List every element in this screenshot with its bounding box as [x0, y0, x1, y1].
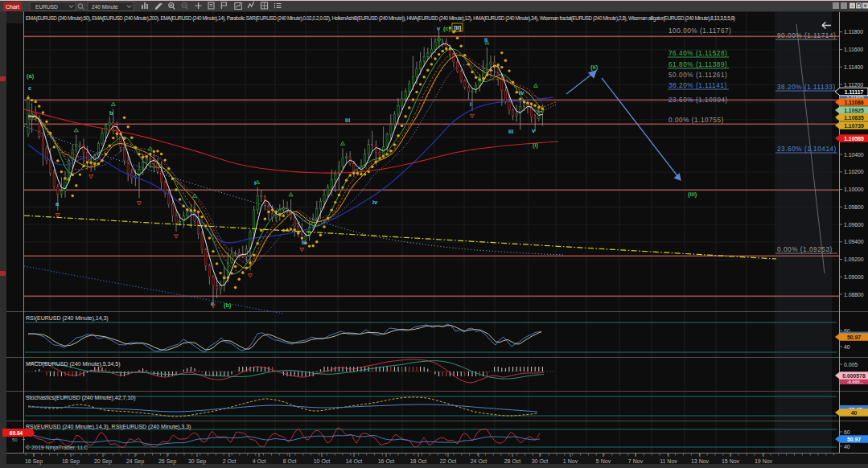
svg-text:13 Nov: 13 Nov: [691, 458, 710, 464]
svg-text:-0.000...: -0.000...: [847, 380, 864, 384]
svg-text:23.60% (1.10414): 23.60% (1.10414): [777, 146, 837, 153]
svg-text:b: b: [109, 109, 113, 117]
svg-text:1.10739: 1.10739: [844, 123, 864, 129]
svg-text:1.10400: 1.10400: [844, 152, 864, 158]
svg-text:15 Nov: 15 Nov: [722, 458, 740, 464]
svg-text:(c): (c): [443, 25, 451, 32]
svg-text:23.60% (1.10994): 23.60% (1.10994): [668, 96, 728, 104]
svg-text:18 Sep: 18 Sep: [62, 458, 80, 465]
svg-text:RSI(EURUSD (240 Minute),14,3): RSI(EURUSD (240 Minute),14,3): [26, 315, 109, 322]
svg-text:11 Nov: 11 Nov: [660, 458, 677, 464]
svg-text:28 Oct: 28 Oct: [504, 458, 521, 464]
svg-text:1.10200: 1.10200: [844, 169, 864, 174]
svg-text:1.11200: 1.11200: [844, 82, 863, 88]
svg-text:1.10000: 1.10000: [844, 187, 864, 192]
svg-text:61.80% (1.11389): 61.80% (1.11389): [668, 61, 727, 68]
svg-text:50: 50: [12, 437, 18, 442]
svg-text:1.11800: 1.11800: [844, 29, 863, 35]
svg-text:50.00% (1.11261): 50.00% (1.11261): [668, 72, 727, 79]
svg-text:(b): (b): [224, 302, 232, 309]
svg-text:1.09600: 1.09600: [844, 222, 864, 228]
svg-text:1.09000: 1.09000: [844, 274, 864, 280]
svg-text:4 Oct: 4 Oct: [253, 458, 266, 464]
svg-text:38.20% (1.11133): 38.20% (1.11133): [777, 84, 836, 91]
svg-text:1.10925: 1.10925: [844, 108, 864, 113]
svg-text:iii: iii: [345, 117, 350, 124]
svg-text:100.00% (1.11767): 100.00% (1.11767): [668, 27, 731, 35]
svg-text:60: 60: [844, 429, 850, 435]
svg-text:0.00% (1.10755): 0.00% (1.10755): [668, 117, 724, 124]
svg-text:RSI(EURUSD (240 Minute),14,3),: RSI(EURUSD (240 Minute),14,3), RSI(EURUS…: [26, 424, 191, 430]
svg-text:240 Minute: 240 Minute: [92, 4, 118, 10]
svg-text:16 Sep: 16 Sep: [25, 458, 43, 465]
svg-text:(ii): (ii): [590, 64, 599, 71]
svg-text:ii: ii: [302, 239, 306, 246]
svg-text:1.08800: 1.08800: [844, 292, 864, 298]
svg-text:[ii]: [ii]: [455, 25, 462, 31]
svg-text:30 Oct: 30 Oct: [532, 458, 549, 464]
svg-text:24 Oct: 24 Oct: [471, 458, 487, 464]
svg-text:(a): (a): [27, 72, 35, 80]
svg-text:ii: ii: [484, 36, 487, 43]
svg-text:1.11600: 1.11600: [844, 47, 863, 52]
svg-text:90.00% (1.11714): 90.00% (1.11714): [777, 32, 836, 39]
svg-text:24 Sep: 24 Sep: [126, 458, 144, 465]
svg-text:10 Oct: 10 Oct: [314, 458, 331, 464]
svg-text:c: c: [28, 84, 31, 92]
svg-text:✕: ✕: [863, 3, 867, 8]
svg-text:5 Nov: 5 Nov: [596, 458, 611, 464]
svg-text:0.005: 0.005: [844, 362, 858, 367]
svg-text:1.09800: 1.09800: [844, 204, 864, 210]
svg-text:7 Nov: 7 Nov: [628, 458, 644, 464]
svg-text:40: 40: [844, 344, 850, 350]
svg-text:(i): (i): [533, 142, 539, 149]
svg-text:18 Oct: 18 Oct: [410, 458, 427, 464]
svg-text:26 Sep: 26 Sep: [158, 458, 176, 465]
svg-text:1.09400: 1.09400: [844, 239, 864, 244]
svg-text:1.11086: 1.11086: [844, 100, 863, 105]
svg-text:30 Sep: 30 Sep: [188, 458, 206, 465]
svg-text:i: i: [470, 101, 471, 108]
svg-text:38.20% (1.11141): 38.20% (1.11141): [668, 82, 727, 89]
svg-text:1 Nov: 1 Nov: [563, 458, 578, 464]
svg-text:Chart: Chart: [6, 4, 19, 10]
svg-text:20 Sep: 20 Sep: [94, 458, 112, 465]
svg-text:iv: iv: [372, 199, 378, 206]
svg-text:MACD(EURUSD (240 Minute),5,34,: MACD(EURUSD (240 Minute),5,34,5): [26, 361, 120, 367]
svg-text:0.000578: 0.000578: [842, 373, 866, 379]
svg-text:1.10835: 1.10835: [844, 115, 864, 121]
svg-text:1.11117: 1.11117: [845, 89, 864, 95]
svg-text:50.97: 50.97: [847, 335, 861, 340]
svg-text:16 Oct: 16 Oct: [378, 458, 395, 464]
svg-text:© 2019 NinjaTrader, LLC: © 2019 NinjaTrader, LLC: [26, 445, 88, 451]
svg-text:8 Oct: 8 Oct: [283, 458, 297, 464]
svg-text:40: 40: [844, 444, 850, 450]
svg-text:2 Oct: 2 Oct: [223, 458, 237, 464]
svg-text:76.40% (1.11528): 76.40% (1.11528): [668, 50, 727, 57]
svg-text:1.10585: 1.10585: [844, 136, 864, 142]
svg-text:50.97: 50.97: [847, 437, 861, 442]
svg-text:EMA(EURUSD (240 Minute),50), E: EMA(EURUSD (240 Minute),50), EMA(EURUSD …: [26, 15, 735, 22]
svg-text:iii: iii: [508, 128, 513, 135]
svg-text:(iii): (iii): [688, 191, 697, 198]
svg-text:1.11400: 1.11400: [844, 64, 863, 70]
svg-text:❐: ❐: [857, 3, 861, 8]
svg-text:0.00% (1.09253): 0.00% (1.09253): [777, 246, 833, 253]
svg-text:69.84: 69.84: [10, 430, 23, 436]
svg-text:c: c: [211, 300, 214, 307]
svg-text:14 Oct: 14 Oct: [346, 458, 363, 464]
svg-text:Stochastics(EURUSD (240 Minute: Stochastics(EURUSD (240 Minute),42,7,10): [26, 395, 136, 401]
svg-text:EURUSD: EURUSD: [35, 4, 58, 10]
svg-text:–: –: [851, 3, 854, 8]
svg-text:i: i: [254, 179, 256, 187]
svg-text:22 Oct: 22 Oct: [440, 458, 457, 464]
svg-text:40: 40: [851, 410, 858, 416]
svg-text:1.09200: 1.09200: [844, 257, 864, 262]
svg-text:iv: iv: [519, 89, 525, 96]
svg-text:19 Nov: 19 Nov: [755, 458, 773, 464]
